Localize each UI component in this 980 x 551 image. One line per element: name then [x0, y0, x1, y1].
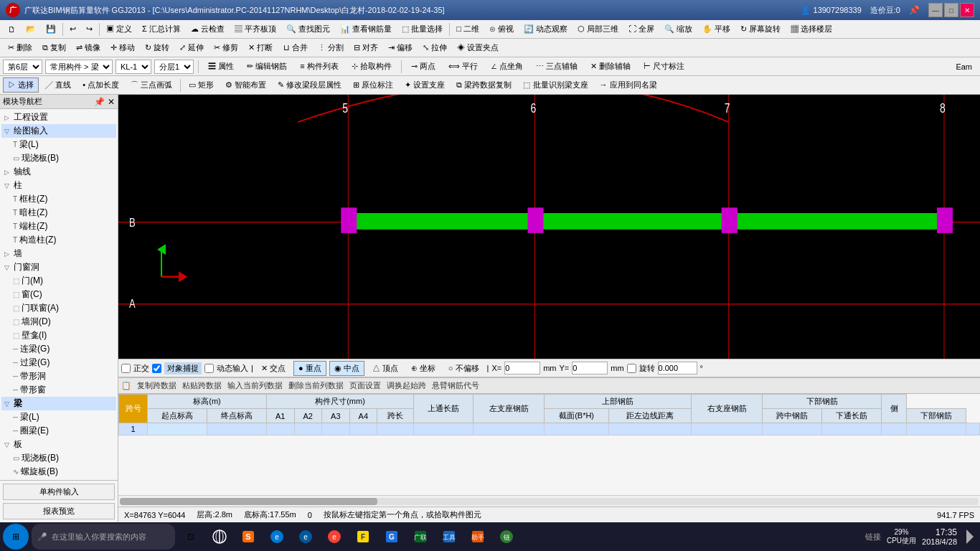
cell-a2[interactable] [322, 423, 350, 435]
no-offset-btn[interactable]: ○ 不偏移 [443, 361, 484, 376]
define-btn[interactable]: ▣ 定义 [101, 22, 137, 37]
cloud-check-btn[interactable]: ☁ 云检查 [186, 22, 230, 37]
offset-btn[interactable]: ⇥ 偏移 [383, 40, 418, 55]
sidebar-item-project-settings[interactable]: ▷ 工程设置 [1, 110, 116, 124]
cell-section[interactable] [473, 423, 545, 435]
table-scroll-wrapper[interactable]: 跨号 标高(m) 构件尺寸(mm) 上通长筋 左支座钢筋 上部钢筋 右支座钢筋 … [118, 394, 980, 495]
taskbar-app-8[interactable]: 广联 [407, 524, 433, 550]
window-controls[interactable]: — □ ✕ [928, 3, 974, 17]
taskbar-app-2[interactable]: S [235, 524, 261, 550]
rotate-checkbox[interactable] [627, 364, 636, 373]
redo-btn[interactable]: ↪ [81, 22, 98, 36]
2d-btn[interactable]: □ 二维 [451, 22, 484, 37]
break-btn[interactable]: ✕ 打断 [243, 40, 278, 55]
new-btn[interactable]: 🗋 [3, 23, 21, 36]
table-hscroll[interactable] [118, 495, 980, 507]
arc-btn[interactable]: ⌒ 三点画弧 [126, 77, 177, 93]
pick-element-btn[interactable]: ⊹ 拾取构件 [347, 59, 397, 74]
cell-a3[interactable] [349, 423, 377, 435]
taskbar-app-6[interactable]: F [350, 524, 376, 550]
two-point-btn[interactable]: ⊸ 两点 [406, 59, 440, 74]
taskbar-app-1[interactable] [207, 524, 232, 550]
sidebar-item-cast-slab2[interactable]: ▭现浇板(B) [10, 451, 116, 465]
swap-start-span-btn[interactable]: 调换起始跨 [387, 380, 426, 391]
sidebar-item-lintel[interactable]: ─过梁(G) [10, 356, 116, 369]
sidebar-item-axis[interactable]: ▷ 轴线 [1, 165, 116, 179]
cell-top-cont[interactable] [609, 423, 692, 435]
sidebar-item-opening[interactable]: ▽ 门窗洞 [1, 260, 116, 274]
element-select[interactable]: KL-1 [116, 60, 151, 74]
select-mode-btn[interactable]: ▷ 选择 [3, 77, 39, 93]
open-btn[interactable]: 📂 [21, 22, 41, 36]
cell-edge[interactable] [545, 423, 609, 435]
cell-bot-cont[interactable] [882, 423, 907, 435]
view-rebar-btn[interactable]: 📊 查看钢筋量 [335, 22, 397, 37]
zoom-btn[interactable]: 🔍 缩放 [659, 22, 697, 37]
dynamic-checkbox[interactable] [204, 364, 214, 373]
input-col-data-btn[interactable]: 输入当前列数据 [227, 380, 283, 391]
taskbar-app-11[interactable]: 链 [494, 524, 519, 550]
sidebar-item-door-window[interactable]: ⬚门联窗(A) [10, 301, 116, 315]
sidebar-item-drawing-input[interactable]: ▽ 绘图输入 [1, 124, 116, 138]
coord-btn[interactable]: ⊕ 坐标 [406, 361, 440, 376]
ortho-checkbox[interactable] [121, 364, 131, 373]
sidebar-item-slab-group[interactable]: ▽ 板 [1, 438, 116, 451]
point-length-btn[interactable]: • 点加长度 [77, 77, 124, 93]
cantilever-code-btn[interactable]: 悬臂钢筋代号 [432, 380, 479, 391]
cell-span[interactable] [414, 423, 473, 435]
apply-same-name-btn[interactable]: → 应用到同名梁 [595, 77, 662, 93]
sidebar-item-frame-col[interactable]: T框柱(Z) [10, 192, 116, 206]
sidebar-item-column[interactable]: ▽ 柱 [1, 179, 116, 192]
cell-a4[interactable] [377, 423, 414, 435]
center-btn[interactable]: ◉ 中点 [329, 361, 364, 376]
set-support-btn[interactable]: ✦ 设置支座 [400, 77, 450, 93]
stretch-btn[interactable]: ⤡ 拉伸 [418, 40, 452, 55]
vertex-btn[interactable]: △ 顶点 [367, 361, 403, 376]
sublayer-select[interactable]: 分层1 [154, 60, 194, 74]
element-list-btn[interactable]: ≡ 构件列表 [295, 59, 343, 74]
merge-btn[interactable]: ⊔ 合并 [278, 40, 313, 55]
property-btn[interactable]: ☰ 属性 [203, 59, 239, 74]
mirror-btn[interactable]: ⇌ 镜像 [71, 40, 105, 55]
canvas-area[interactable]: 5 6 7 8 B A [118, 95, 980, 359]
sidebar-item-strip-window[interactable]: ─带形窗 [10, 383, 116, 397]
sidebar-item-cast-slab[interactable]: ▭ 现浇板(B) [10, 151, 116, 165]
cell-h-end[interactable] [266, 423, 294, 435]
copy-btn[interactable]: ⧉ 复制 [37, 40, 71, 55]
rotate-input[interactable] [658, 362, 697, 375]
intersect-btn[interactable]: ✕ 交点 [256, 361, 291, 376]
x-input[interactable] [504, 362, 540, 375]
rotate-btn[interactable]: ↻ 旋转 [140, 40, 174, 55]
beam-detect-btn[interactable]: Eam [951, 60, 977, 73]
sidebar-close-icon[interactable]: ✕ [108, 97, 115, 107]
sidebar-item-spiral-slab[interactable]: ∿螺旋板(B) [10, 465, 116, 479]
cell-right-sup[interactable] [822, 423, 882, 435]
batch-id-support-btn[interactable]: ⬚ 批量识别梁支座 [518, 77, 593, 93]
top-view-btn[interactable]: ⊙ 俯视 [484, 22, 519, 37]
type-select[interactable]: 常用构件 > 梁 [45, 60, 113, 74]
sidebar-item-wall[interactable]: ▷ 墙 [1, 247, 116, 260]
maximize-button[interactable]: □ [944, 3, 958, 17]
single-element-input-btn[interactable]: 单构件输入 [3, 484, 115, 500]
minimize-button[interactable]: — [928, 3, 943, 17]
layer-select[interactable]: 第6层 [3, 60, 42, 74]
angle-point-btn[interactable]: ∠ 点坐角 [486, 59, 528, 74]
sidebar-item-hidden-col[interactable]: T暗柱(Z) [10, 206, 116, 220]
fullscreen-btn[interactable]: ⛶ 全屏 [623, 22, 659, 37]
local-3d-btn[interactable]: ⬡ 局部三维 [573, 22, 623, 37]
edit-rebar-btn[interactable]: ✏ 编辑钢筋 [242, 59, 292, 74]
calc-btn[interactable]: Σ 汇总计算 [137, 22, 186, 37]
modify-layer-btn[interactable]: ✎ 修改梁段层属性 [273, 77, 347, 93]
taskbar-app-10[interactable]: 助手 [465, 524, 491, 550]
sidebar-item-coupling-beam[interactable]: ─连梁(G) [10, 342, 116, 356]
dim-label-btn[interactable]: ⊢ 尺寸标注 [639, 59, 689, 74]
dynamic-view-btn[interactable]: 🔄 动态观察 [519, 22, 573, 37]
find-element-btn[interactable]: 🔍 查找图元 [281, 22, 335, 37]
delete-btn[interactable]: ✂ 删除 [3, 40, 37, 55]
search-box[interactable]: 🎤 在这里输入你要搜索的内容 [32, 524, 175, 550]
midpoint-btn[interactable]: ● 重点 [293, 361, 326, 376]
delete-axis-btn[interactable]: ✕ 删除辅轴 [585, 59, 636, 74]
smart-place-btn[interactable]: ⚙ 智能布置 [220, 77, 271, 93]
start-button[interactable]: ⊞ [3, 524, 29, 550]
align-floor-btn[interactable]: ▤ 平齐板顶 [230, 22, 281, 37]
